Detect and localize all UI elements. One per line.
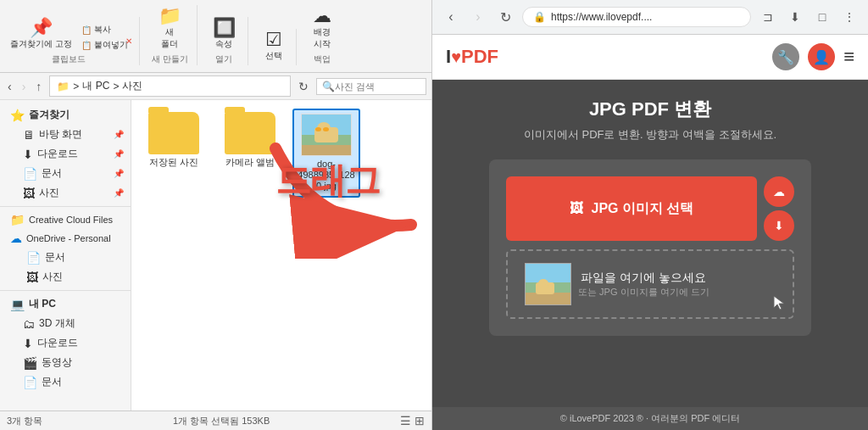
sidebar-item-3d-objects[interactable]: 🗂 3D 개체	[0, 314, 131, 333]
cursor-indicator	[772, 294, 789, 314]
browser-more-button[interactable]: ⋮	[837, 5, 861, 29]
ilovepdf-logo: I ♥ PDF	[446, 46, 498, 68]
ribbon: 📌 즐겨찾기에 고정 📋복사 📋붙여넣기 ✕	[0, 0, 431, 73]
sidebar-item-pc-downloads[interactable]: ⬇ 다운로드	[0, 333, 131, 353]
explorer-body: ⭐ 즐겨찾기 🖥 바탕 화면 📌 ⬇ 다운로드 📌 📄	[0, 100, 431, 410]
sidebar: ⭐ 즐겨찾기 🖥 바탕 화면 📌 ⬇ 다운로드 📌 📄	[0, 100, 131, 410]
list-view-button[interactable]: ☰	[400, 414, 411, 427]
sidebar-item-pc-documents[interactable]: 📄 문서	[0, 372, 131, 392]
file-content-area: 저장된 사진 카메라 앨범	[131, 100, 431, 410]
address-url-bar[interactable]: 🔒 https://www.ilovepdf....	[522, 7, 751, 27]
sidebar-item-documents[interactable]: 📄 문서 📌	[0, 164, 131, 183]
upload-from-url-button[interactable]: ☁	[764, 176, 794, 207]
ribbon-open-group: 🔲 속성 열기	[209, 17, 248, 65]
main-content: JPG PDF 변환 이미지에서 PDF로 변환. 방향과 여백을 조절하세요.…	[432, 80, 868, 407]
browser-refresh-button[interactable]: ↻	[493, 5, 517, 29]
sidebar-item-desktop[interactable]: 🖥 바탕 화면 📌	[0, 125, 131, 144]
drop-text: 파일을 여기에 놓으세요	[578, 271, 709, 286]
up-button[interactable]: ↑	[33, 80, 44, 93]
file-thumbnail	[301, 114, 352, 156]
ribbon-select-group: ☑ 선택	[260, 29, 297, 65]
back-button[interactable]: ‹	[5, 80, 14, 93]
sidebar-item-pictures[interactable]: 🖼 사진 📌	[0, 183, 131, 203]
browser-bookmark-button[interactable]: □	[810, 5, 834, 29]
browser-nav: ‹ › ↻	[439, 5, 517, 29]
upload-area: 🖼 JPG 이미지 선택 ☁ ⬇	[489, 159, 811, 336]
sidebar-item-downloads[interactable]: ⬇ 다운로드 📌	[0, 144, 131, 164]
refresh-button[interactable]: ↻	[296, 80, 311, 93]
drop-area[interactable]: 파일을 여기에 놓으세요 또는 JPG 이미지를 여기에 드기	[506, 249, 794, 319]
pin-icon4: 📌	[114, 188, 124, 198]
ribbon-properties-button[interactable]: 🔲 속성	[209, 17, 239, 52]
user-icon-button[interactable]: 👤	[808, 43, 835, 70]
ribbon-backup-group: ☁ 배경시작 백업	[309, 5, 344, 65]
star-icon: ⭐	[10, 109, 25, 122]
drop-subtext: 또는 JPG 이미지를 여기에 드기	[578, 286, 709, 299]
sidebar-item-onedrive-documents[interactable]: 📄 문서	[0, 248, 131, 267]
file-explorer: 📌 즐겨찾기에 고정 📋복사 📋붙여넣기 ✕	[0, 0, 432, 430]
browser-download-button[interactable]: ⬇	[783, 5, 807, 29]
folder-icon2	[225, 112, 275, 154]
sidebar-item-onedrive[interactable]: ☁ OneDrive - Personal	[0, 229, 131, 248]
pin-icon3: 📌	[114, 169, 124, 178]
browser-chrome: ‹ › ↻ 🔒 https://www.ilovepdf.... ⊐ ⬇ □ ⋮	[432, 0, 868, 35]
ribbon-newfolder-button[interactable]: 📁 새폴더	[155, 5, 185, 52]
doc-icon3: 📄	[23, 376, 37, 389]
creative-cloud-icon: 📁	[10, 213, 25, 226]
drop-text-container: 파일을 여기에 놓으세요 또는 JPG 이미지를 여기에 드기	[578, 271, 709, 299]
menu-icon[interactable]: ≡	[843, 46, 854, 68]
ribbon-select-button[interactable]: ☑ 선택	[260, 29, 287, 64]
list-item[interactable]: 카메라 앨범	[216, 109, 284, 198]
doc-icon2: 📄	[26, 251, 41, 265]
file-grid: 저장된 사진 카메라 앨범	[140, 109, 423, 198]
onedrive-icon: ☁	[10, 232, 22, 245]
upload-from-drive-button[interactable]: ⬇	[764, 210, 794, 241]
list-item[interactable]: dog-4988985_1280.jpg	[292, 109, 360, 198]
browser-back-button[interactable]: ‹	[439, 5, 463, 29]
address-path[interactable]: 📁 > 내 PC > 사진	[49, 75, 291, 97]
ribbon-copy-paste: 📋복사 📋붙여넣기 ✕	[79, 23, 131, 52]
search-box[interactable]: 🔍	[316, 78, 426, 95]
sidebar-item-videos[interactable]: 🎬 동영상	[0, 353, 131, 372]
search-input[interactable]	[335, 81, 411, 92]
pic-icon2: 🖼	[26, 271, 38, 284]
page-subtitle: 이미지에서 PDF로 변환. 방향과 여백을 조절하세요.	[524, 127, 776, 142]
browser-cast-button[interactable]: ⊐	[756, 5, 780, 29]
download-icon: ⬇	[23, 148, 33, 161]
lock-icon: 🔒	[533, 11, 546, 23]
ilovepdf-header: I ♥ PDF 🔧 👤 ≡	[432, 35, 868, 80]
doc-icon: 📄	[23, 167, 37, 181]
select-jpg-button[interactable]: 🖼 JPG 이미지 선택	[506, 176, 757, 241]
upload-side-buttons: ☁ ⬇	[764, 176, 794, 241]
sidebar-item-creative-cloud[interactable]: 📁 Creative Cloud Files	[0, 210, 131, 229]
ribbon-organize-group: 📁 새폴더 새 만들기	[152, 5, 198, 65]
ribbon-copy-button[interactable]: 📋복사	[79, 23, 131, 36]
tool-icon-button[interactable]: 🔧	[772, 43, 799, 70]
ribbon-backup-button[interactable]: ☁ 배경시작	[309, 5, 336, 52]
status-bar: 3개 항목 1개 항목 선택됨 153KB ☰ ⊞	[0, 410, 431, 430]
sidebar-item-favorites-header[interactable]: ⭐ 즐겨찾기	[0, 105, 131, 125]
ribbon-paste-button[interactable]: 📋붙여넣기 ✕	[79, 38, 131, 52]
search-icon: 🔍	[322, 81, 335, 92]
pc-icon: 💻	[10, 298, 25, 311]
page-title: JPG PDF 변환	[589, 97, 711, 122]
view-controls: ☰ ⊞	[400, 414, 425, 427]
header-icons: 🔧 👤 ≡	[772, 43, 854, 70]
3d-icon: 🗂	[23, 317, 35, 331]
desktop-icon: 🖥	[23, 128, 35, 142]
sidebar-divider2	[0, 290, 131, 291]
sidebar-item-onedrive-pictures[interactable]: 🖼 사진	[0, 267, 131, 287]
ribbon-pin-button[interactable]: 📌 즐겨찾기에 고정	[7, 17, 75, 52]
browser-forward-button[interactable]: ›	[466, 5, 490, 29]
heart-icon: ♥	[451, 47, 461, 67]
browser-footer: © iLovePDF 2023 ® · 여러분의 PDF 에디터	[432, 407, 868, 430]
sidebar-item-mypc-header[interactable]: 💻 내 PC	[0, 294, 131, 314]
forward-button[interactable]: ›	[19, 80, 29, 93]
pin-icon2: 📌	[114, 149, 124, 159]
grid-view-button[interactable]: ⊞	[415, 414, 425, 427]
list-item[interactable]: 저장된 사진	[140, 109, 208, 198]
video-icon: 🎬	[23, 356, 37, 370]
svg-marker-1	[774, 296, 784, 310]
drop-thumbnail	[525, 263, 571, 305]
browser-panel: ‹ › ↻ 🔒 https://www.ilovepdf.... ⊐ ⬇ □ ⋮…	[432, 0, 868, 430]
